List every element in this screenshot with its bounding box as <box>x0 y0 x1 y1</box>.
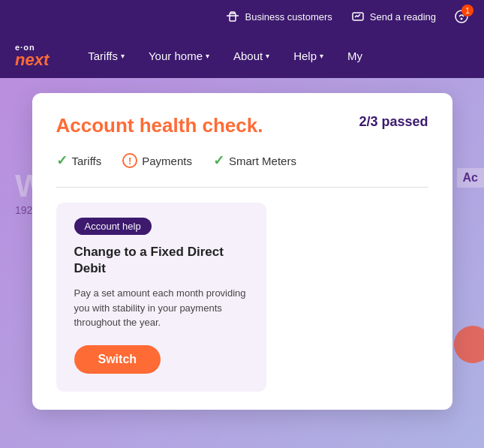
business-customers-label: Business customers <box>245 11 332 23</box>
about-chevron-icon: ▾ <box>266 52 269 60</box>
switch-button[interactable]: Switch <box>74 345 161 374</box>
notification-badge: 1 <box>461 5 473 17</box>
your-home-label: Your home <box>149 50 203 62</box>
modal-title: Account health check. <box>56 114 263 137</box>
main-nav: e·on next Tariffs ▾ Your home ▾ About ▾ … <box>0 33 484 78</box>
tariffs-label: Tariffs <box>88 50 118 62</box>
modal-passed: 2/3 passed <box>359 114 428 130</box>
nav-help[interactable]: Help ▾ <box>293 50 323 62</box>
svg-rect-0 <box>230 14 236 21</box>
smart-meters-check-label: Smart Meters <box>229 155 296 167</box>
account-help-label: Account help <box>74 218 152 235</box>
payments-warning-icon: ! <box>122 153 137 168</box>
check-payments: ! Payments <box>122 153 192 168</box>
check-tariffs: ✓ Tariffs <box>56 152 102 169</box>
logo-next: next <box>15 52 49 68</box>
modal-header: Account health check. 2/3 passed <box>56 114 428 137</box>
top-nav: Business customers Send a reading 1 <box>0 0 484 33</box>
nav-my[interactable]: My <box>347 50 362 62</box>
notifications-link[interactable]: 1 <box>454 9 469 24</box>
smart-meters-check-icon: ✓ <box>213 152 224 169</box>
tariffs-check-label: Tariffs <box>72 155 102 167</box>
modal-overlay: Account health check. 2/3 passed ✓ Tarif… <box>0 78 484 448</box>
my-label: My <box>347 50 362 62</box>
eon-next-logo[interactable]: e·on next <box>15 44 49 68</box>
rec-card-title: Change to a Fixed Direct Debit <box>74 244 248 277</box>
about-label: About <box>233 50 263 62</box>
nav-your-home[interactable]: Your home ▾ <box>149 50 209 62</box>
briefcase-icon <box>225 9 240 24</box>
health-check-modal: Account health check. 2/3 passed ✓ Tarif… <box>32 93 452 410</box>
recommendation-card: Account help Change to a Fixed Direct De… <box>56 203 266 392</box>
rec-card-description: Pay a set amount each month providing yo… <box>74 286 248 330</box>
modal-divider <box>56 187 428 188</box>
payments-check-label: Payments <box>142 155 192 167</box>
help-label: Help <box>293 50 317 62</box>
help-chevron-icon: ▾ <box>320 52 323 60</box>
svg-point-4 <box>461 18 463 20</box>
check-items: ✓ Tariffs ! Payments ✓ Smart Meters <box>56 152 428 169</box>
tariffs-chevron-icon: ▾ <box>121 52 125 60</box>
your-home-chevron-icon: ▾ <box>206 52 209 60</box>
business-customers-link[interactable]: Business customers <box>225 9 332 24</box>
send-reading-link[interactable]: Send a reading <box>350 9 436 24</box>
nav-tariffs[interactable]: Tariffs ▾ <box>88 50 125 62</box>
check-smart-meters: ✓ Smart Meters <box>213 152 296 169</box>
meter-icon <box>350 9 365 24</box>
nav-about[interactable]: About ▾ <box>233 50 269 62</box>
tariffs-check-icon: ✓ <box>56 152 68 169</box>
send-reading-label: Send a reading <box>370 11 436 23</box>
